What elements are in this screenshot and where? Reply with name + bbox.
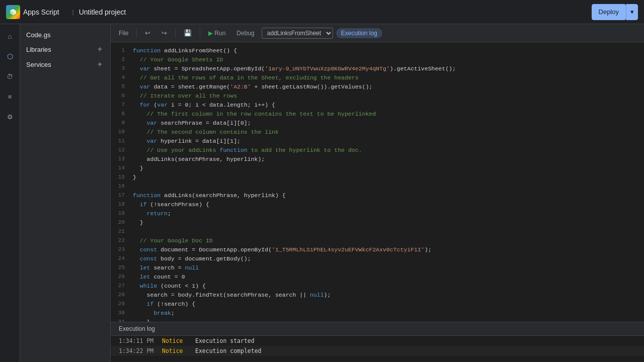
log-row: 1:34:11 PM Notice Execution started <box>111 336 644 346</box>
execution-log-title: Execution log <box>111 322 644 336</box>
main-layout: ⌂ ⬡ ⏱ ≡ ⚙ Code.gs Libraries + Services + <box>0 24 644 362</box>
code-line: 12 // Use your addLinks function to add … <box>111 146 644 155</box>
code-line: 27 while (count < 1) { <box>111 282 644 291</box>
sidebar-icon-executions[interactable]: ≡ <box>2 88 18 105</box>
settings-icon: ⚙ <box>7 113 13 121</box>
code-line: 19 return; <box>111 209 644 218</box>
code-line: 14 } <box>111 164 644 173</box>
code-line: 29 if (!search) { <box>111 300 644 309</box>
undo-button[interactable]: ↩ <box>141 28 154 38</box>
code-line: 13 addLinks(searchPhrase, hyperlink); <box>111 155 644 164</box>
code-line: 8 // The first column in the row contain… <box>111 110 644 119</box>
code-line: 28 search = body.findText(searchPhrase, … <box>111 291 644 300</box>
file-menu-button[interactable]: File <box>115 28 132 38</box>
separator-2 <box>175 28 176 38</box>
debug-button[interactable]: Debug <box>232 28 258 38</box>
code-line: 26 let count = 0 <box>111 273 644 282</box>
services-title: Services <box>26 61 51 68</box>
code-gs-title: Code.gs <box>26 31 50 39</box>
code-line: 15} <box>111 173 644 182</box>
code-line: 31 } <box>111 318 644 322</box>
sidebar-icon-triggers[interactable]: ⏱ <box>2 68 18 84</box>
code-editor[interactable]: 1function addLinksFromSheet() {2 // Your… <box>111 42 644 322</box>
separator-1 <box>136 28 137 38</box>
code-line: 4 // Get all the rows of data in the She… <box>111 73 644 82</box>
code-line: 16 <box>111 182 644 191</box>
code-line: 6 // Iterate over all the rows <box>111 92 644 101</box>
play-icon: ▶ <box>208 30 213 37</box>
deploy-dropdown-button[interactable]: ▾ <box>626 4 638 20</box>
apps-script-logo: Apps Script <box>6 5 59 19</box>
libraries-title: Libraries <box>26 46 51 53</box>
log-level: Notice <box>162 347 187 354</box>
code-line: 10 // The second column contains the lin… <box>111 128 644 137</box>
code-line: 11 var hyperlink = data[i][1]; <box>111 137 644 146</box>
deploy-button[interactable]: Deploy <box>592 4 626 20</box>
code-line: 24 const body = document.getBody(); <box>111 254 644 263</box>
log-row: 1:34:22 PM Notice Execution completed <box>111 346 644 356</box>
list-icon: ≡ <box>8 93 12 101</box>
libraries-add-button[interactable]: + <box>96 45 104 54</box>
project-title[interactable]: Untitled project <box>79 8 126 16</box>
code-line: 25 let search = null <box>111 263 644 273</box>
redo-button[interactable]: ↪ <box>157 28 171 38</box>
editor-toolbar: File ↩ ↪ 💾 ▶ Run Debug addLinksFromSheet… <box>111 24 644 42</box>
clock-icon: ⏱ <box>7 73 13 80</box>
code-line: 20 } <box>111 218 644 227</box>
code-line: 30 break; <box>111 309 644 318</box>
code-line: 18 if (!searchPhrase) { <box>111 200 644 209</box>
sidebar-icon-code[interactable]: ⬡ <box>2 48 18 64</box>
services-add-button[interactable]: + <box>96 60 104 69</box>
log-message: Execution completed <box>195 347 262 354</box>
execution-log-panel: Execution log 1:34:11 PM Notice Executio… <box>111 322 644 362</box>
sidebar-icon-home[interactable]: ⌂ <box>2 28 18 44</box>
function-select[interactable]: addLinksFromSheet <box>262 28 333 39</box>
sidebar-icon-settings[interactable]: ⚙ <box>2 109 18 125</box>
apps-script-text: Apps Script <box>23 8 59 16</box>
code-line: 3 var sheet = SpreadsheetApp.openById('1… <box>111 64 644 73</box>
log-time: 1:34:11 PM <box>119 337 154 344</box>
code-line: 9 var searchPhrase = data[i][0]; <box>111 119 644 128</box>
code-gs-section[interactable]: Code.gs <box>20 28 110 42</box>
log-level: Notice <box>162 337 187 344</box>
chevron-down-icon: ▾ <box>630 8 634 16</box>
execution-log-button[interactable]: Execution log <box>336 28 382 38</box>
run-button[interactable]: ▶ Run <box>204 28 229 38</box>
log-time: 1:34:22 PM <box>119 347 154 354</box>
code-line: 17function addLinks(searchPhrase, hyperl… <box>111 191 644 200</box>
left-panel: Code.gs Libraries + Services + <box>20 24 111 362</box>
save-button[interactable]: 💾 <box>180 28 196 38</box>
home-icon: ⌂ <box>8 33 12 40</box>
code-line: 23 const document = DocumentApp.openById… <box>111 245 644 254</box>
services-section[interactable]: Services + <box>20 57 110 72</box>
code-line: 1function addLinksFromSheet() { <box>111 46 644 55</box>
logo-icon <box>6 5 20 19</box>
code-icon: ⬡ <box>7 52 13 60</box>
code-line: 22 // Your Google Doc ID <box>111 236 644 245</box>
editor-area: File ↩ ↪ 💾 ▶ Run Debug addLinksFromSheet… <box>111 24 644 362</box>
separator-3 <box>200 28 200 38</box>
log-message: Execution started <box>195 337 255 344</box>
libraries-section[interactable]: Libraries + <box>20 42 110 57</box>
code-line: 21 <box>111 227 644 236</box>
code-line: 2 // Your Google Sheets ID <box>111 55 644 64</box>
log-rows-container: 1:34:11 PM Notice Execution started1:34:… <box>111 336 644 356</box>
sidebar-icons: ⌂ ⬡ ⏱ ≡ ⚙ <box>0 24 20 362</box>
code-line: 5 var data = sheet.getRange('A2:B' + she… <box>111 82 644 92</box>
code-line: 7 for (var i = 0; i < data.length; i++) … <box>111 101 644 110</box>
topbar: Apps Script | Untitled project Deploy ▾ <box>0 0 644 24</box>
